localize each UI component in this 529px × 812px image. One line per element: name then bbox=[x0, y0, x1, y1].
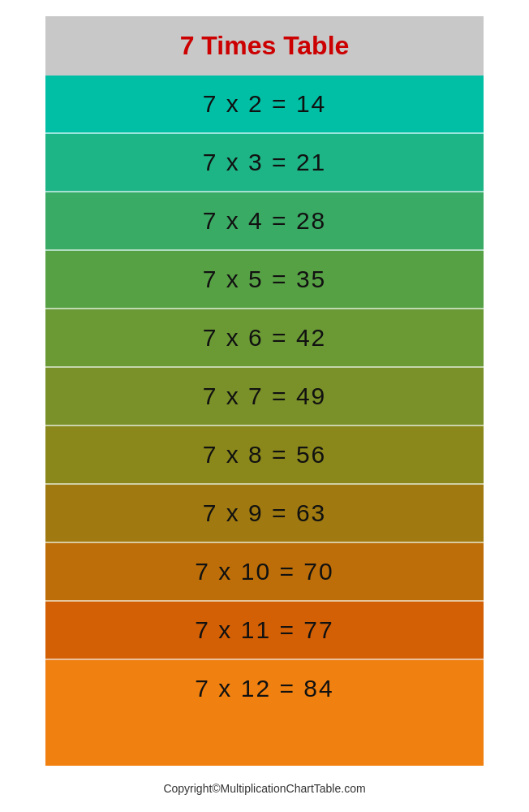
row-expression: 7 x 4 = 28 bbox=[183, 207, 346, 235]
page-title: 7 Times Table bbox=[180, 31, 350, 60]
table-row: 7 x 4 = 28 bbox=[45, 192, 484, 251]
table-row: 7 x 11 = 77 bbox=[45, 602, 484, 660]
row-expression: 7 x 9 = 63 bbox=[183, 499, 346, 527]
table-row: 7 x 9 = 63 bbox=[45, 485, 484, 543]
times-table-container: 7 x 2 = 147 x 3 = 217 x 4 = 287 x 5 = 35… bbox=[45, 76, 484, 717]
footer: Copyright©MultiplicationChartTable.com bbox=[163, 782, 365, 795]
table-row: 7 x 5 = 35 bbox=[45, 251, 484, 309]
table-row: 7 x 3 = 21 bbox=[45, 134, 484, 192]
table-row: 7 x 8 = 56 bbox=[45, 426, 484, 485]
copyright-text: Copyright©MultiplicationChartTable.com bbox=[163, 782, 365, 795]
main-container: 7 Times Table 7 x 2 = 147 x 3 = 217 x 4 … bbox=[45, 16, 484, 766]
table-row: 7 x 10 = 70 bbox=[45, 543, 484, 602]
table-row: 7 x 7 = 49 bbox=[45, 368, 484, 426]
row-expression: 7 x 10 = 70 bbox=[183, 558, 346, 585]
title-bar: 7 Times Table bbox=[45, 16, 484, 76]
table-row: 7 x 12 = 84 bbox=[45, 660, 484, 717]
row-expression: 7 x 11 = 77 bbox=[183, 616, 346, 644]
table-row: 7 x 2 = 14 bbox=[45, 76, 484, 134]
table-row: 7 x 6 = 42 bbox=[45, 309, 484, 368]
row-expression: 7 x 3 = 21 bbox=[183, 149, 346, 176]
row-expression: 7 x 12 = 84 bbox=[183, 675, 346, 702]
row-expression: 7 x 8 = 56 bbox=[183, 441, 346, 469]
row-expression: 7 x 5 = 35 bbox=[183, 266, 346, 293]
bottom-color-bar bbox=[45, 717, 484, 766]
row-expression: 7 x 2 = 14 bbox=[183, 90, 346, 118]
row-expression: 7 x 6 = 42 bbox=[183, 324, 346, 352]
row-expression: 7 x 7 = 49 bbox=[183, 382, 346, 410]
